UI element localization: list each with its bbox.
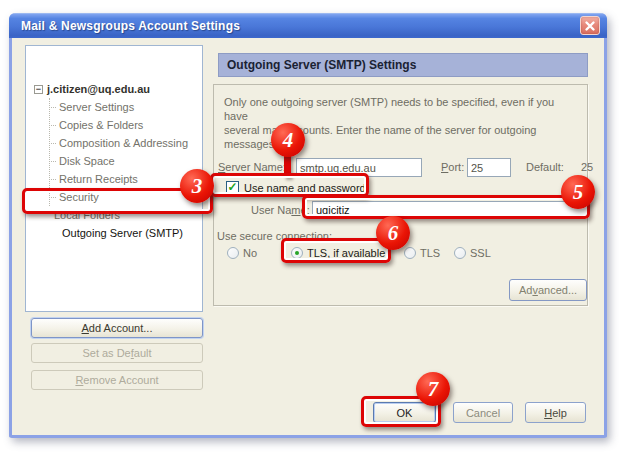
default-port-value: 25 [581, 161, 593, 173]
tree-item-security[interactable]: Security [26, 188, 99, 206]
tree-item-label: Local Folders [54, 209, 120, 221]
remove-account-button[interactable]: Remove Account [31, 370, 203, 390]
tree-item-label: Outgoing Server (SMTP) [62, 227, 183, 239]
user-name-input[interactable] [312, 201, 587, 218]
server-name-input[interactable] [296, 158, 422, 177]
advanced-button[interactable]: Advanced... [509, 279, 587, 301]
tree-stub [49, 197, 56, 198]
tree-item-label: Composition & Addressing [59, 137, 188, 149]
help-button[interactable]: Help [525, 402, 586, 423]
tree-item-label: Server Settings [59, 101, 134, 113]
radio-no[interactable] [227, 247, 239, 259]
tree-item-label: Disk Space [59, 155, 115, 167]
cancel-label: Cancel [466, 407, 500, 419]
radio-tls-label: TLS [420, 247, 440, 259]
tree-stub [49, 179, 56, 180]
port-label: Port: [441, 161, 464, 173]
cancel-button[interactable]: Cancel [453, 402, 513, 423]
tree-item-outgoing-server-smtp[interactable]: Outgoing Server (SMTP) [26, 224, 183, 242]
tree-stub [49, 107, 56, 108]
advanced-label: Advanced... [519, 284, 577, 296]
port-input[interactable] [467, 158, 511, 177]
collapse-expander-icon[interactable]: − [34, 85, 43, 94]
use-secure-connection-label: Use secure connection: [217, 230, 332, 242]
tree-item-server-settings[interactable]: Server Settings [26, 98, 134, 116]
ok-button[interactable]: OK [373, 402, 436, 423]
user-name-label: User Name: [251, 204, 310, 216]
tree-stub [49, 161, 56, 162]
account-settings-dialog: Mail & Newsgroups Account Settings − j.c… [9, 13, 607, 438]
radio-tls-if-available[interactable] [291, 247, 303, 259]
radio-dot-icon [295, 251, 299, 255]
tree-item-disk-space[interactable]: Disk Space [26, 152, 115, 170]
close-icon [584, 20, 596, 32]
radio-tls-if-available-label: TLS, if available [307, 247, 385, 259]
set-as-default-button[interactable]: Set as Default [31, 343, 203, 363]
panel-header-label: Outgoing Server (SMTP) Settings [227, 58, 416, 72]
tree-item-account-root[interactable]: − j.citizen@uq.edu.au [26, 80, 150, 98]
help-label: Help [544, 407, 567, 419]
radio-no-label: No [243, 247, 257, 259]
radio-ssl-label: SSL [470, 247, 491, 259]
titlebar[interactable]: Mail & Newsgroups Account Settings [9, 13, 607, 38]
account-tree: − j.citizen@uq.edu.au Server Settings Co… [25, 45, 203, 312]
radio-ssl[interactable] [454, 247, 466, 259]
panel-header: Outgoing Server (SMTP) Settings [218, 53, 588, 77]
server-name-label: Server Name: [218, 161, 286, 173]
tree-item-local-folders[interactable]: Local Folders [26, 206, 120, 224]
screenshot-stage: Mail & Newsgroups Account Settings − j.c… [0, 0, 619, 452]
window-title: Mail & Newsgroups Account Settings [9, 19, 240, 33]
checkmark-icon: ✓ [227, 182, 237, 192]
use-name-password-checkbox[interactable]: ✓ [226, 181, 239, 194]
add-account-button[interactable]: Add Account... [31, 318, 203, 338]
ok-label: OK [397, 407, 413, 419]
tree-item-label: Security [59, 191, 99, 203]
tree-item-composition-addressing[interactable]: Composition & Addressing [26, 134, 188, 152]
tree-item-label: Copies & Folders [59, 119, 143, 131]
remove-account-label: Remove Account [75, 374, 158, 386]
radio-tls[interactable] [404, 247, 416, 259]
add-account-label: Add Account... [82, 322, 153, 334]
use-name-password-label: Use name and password [244, 182, 366, 194]
tree-item-label: j.citizen@uq.edu.au [47, 83, 150, 95]
default-port-label: Default: [526, 161, 564, 173]
smtp-description: Only one outgoing server (SMTP) needs to… [224, 95, 576, 151]
tree-item-copies-folders[interactable]: Copies & Folders [26, 116, 143, 134]
tree-stub [49, 143, 56, 144]
set-as-default-label: Set as Default [82, 347, 151, 359]
tree-item-return-receipts[interactable]: Return Receipts [26, 170, 138, 188]
tree-item-label: Return Receipts [59, 173, 138, 185]
tree-stub [49, 125, 56, 126]
smtp-settings-groupbox: Only one outgoing server (SMTP) needs to… [213, 84, 588, 306]
close-button[interactable] [580, 16, 600, 35]
